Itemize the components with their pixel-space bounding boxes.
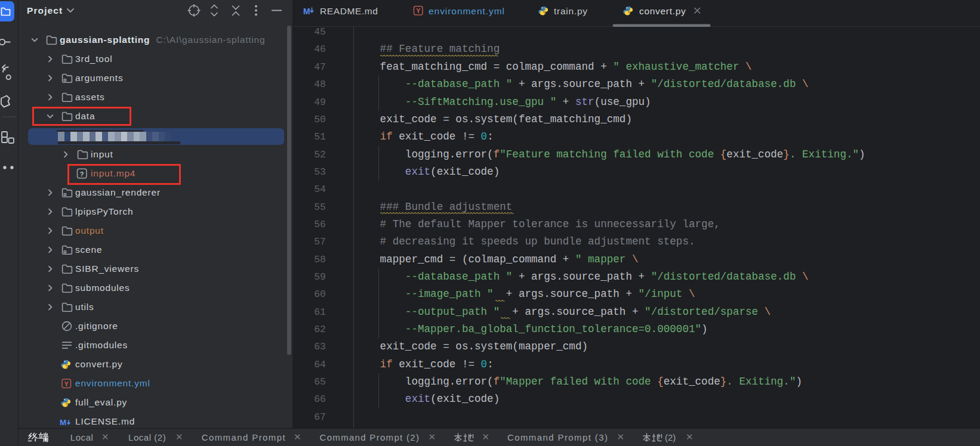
svg-text:Y: Y [64, 380, 69, 388]
svg-text:M: M [303, 7, 310, 16]
svg-text:M: M [60, 418, 66, 427]
svg-text:Y: Y [416, 7, 420, 14]
